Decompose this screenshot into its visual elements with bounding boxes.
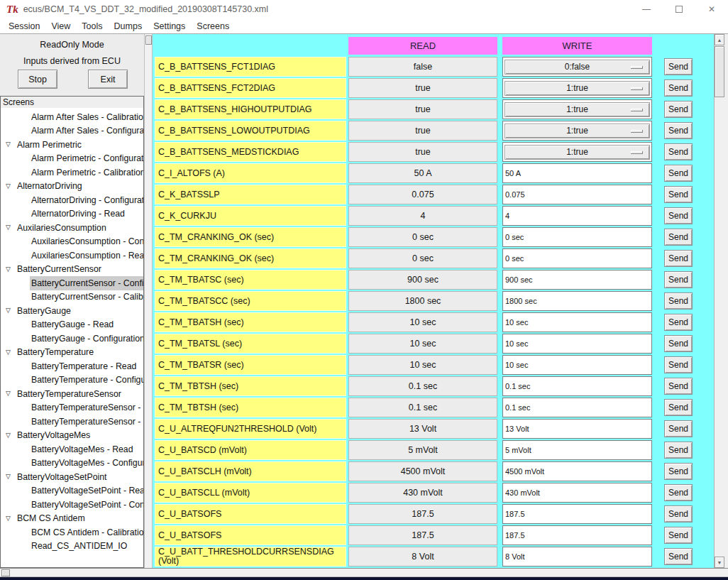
- write-entry[interactable]: 0 sec: [503, 228, 651, 246]
- close-button[interactable]: ✕: [695, 0, 728, 18]
- write-entry[interactable]: 5 mVolt: [503, 441, 651, 459]
- tree-item[interactable]: AuxilariesConsumption - Conf: [1, 235, 143, 249]
- write-dropdown[interactable]: 1:true: [504, 81, 650, 96]
- send-button[interactable]: Send: [664, 484, 693, 501]
- tree-item[interactable]: ▽BatteryTemperature: [1, 346, 143, 360]
- write-entry[interactable]: 4: [503, 207, 651, 225]
- menu-item-session[interactable]: Session: [3, 20, 45, 33]
- send-button[interactable]: Send: [664, 207, 693, 224]
- tree-item[interactable]: ▽AuxilariesConsumption: [1, 221, 143, 235]
- expand-arrow-icon[interactable]: ▽: [6, 474, 16, 480]
- menu-item-dumps[interactable]: Dumps: [109, 20, 148, 33]
- menu-item-tools[interactable]: Tools: [76, 20, 108, 33]
- send-button[interactable]: Send: [664, 143, 693, 160]
- send-button[interactable]: Send: [664, 378, 693, 395]
- tree-item[interactable]: ▽Alarm Perimetric: [1, 138, 143, 152]
- send-button[interactable]: Send: [664, 335, 693, 352]
- main-scrollbar-thumb[interactable]: [715, 46, 724, 97]
- send-button[interactable]: Send: [664, 122, 693, 139]
- tree-item[interactable]: ▽BCM CS Antidem: [1, 512, 143, 526]
- expand-arrow-icon[interactable]: ▽: [6, 349, 16, 356]
- write-entry[interactable]: 0.1 sec: [503, 377, 651, 395]
- tree-item[interactable]: ▽BatteryGauge: [1, 304, 143, 318]
- tree-item[interactable]: ▽BatteryVoltageSetPoint: [1, 470, 143, 484]
- tree-scrollbar-thumb[interactable]: [145, 35, 152, 45]
- send-button[interactable]: Send: [664, 399, 693, 416]
- send-button[interactable]: Send: [664, 505, 693, 522]
- tree-item[interactable]: ▽BatteryCurrentSensor: [1, 263, 143, 277]
- send-button[interactable]: Send: [664, 58, 693, 75]
- tree-item[interactable]: BatteryTemperatureSensor - C: [1, 401, 143, 415]
- write-entry[interactable]: 900 sec: [503, 270, 651, 289]
- menu-item-screens[interactable]: Screens: [191, 20, 235, 33]
- scroll-up-arrow-icon[interactable]: ▲: [715, 34, 724, 45]
- send-button[interactable]: Send: [664, 442, 693, 459]
- send-button[interactable]: Send: [664, 314, 693, 331]
- tree-item[interactable]: ▽BatteryTemperatureSensor: [1, 387, 143, 401]
- menu-item-settings[interactable]: Settings: [148, 20, 191, 33]
- write-dropdown[interactable]: 1:true: [504, 145, 650, 160]
- tree-item[interactable]: BatteryTemperature - Read: [1, 359, 143, 373]
- expand-arrow-icon[interactable]: ▽: [6, 307, 16, 314]
- menu-item-view[interactable]: View: [45, 20, 76, 33]
- send-button[interactable]: Send: [664, 548, 693, 565]
- write-entry[interactable]: 1800 sec: [503, 292, 651, 310]
- expand-arrow-icon[interactable]: ▽: [6, 183, 16, 190]
- send-button[interactable]: Send: [664, 186, 693, 203]
- write-entry[interactable]: 13 Volt: [503, 420, 651, 438]
- write-entry[interactable]: 10 sec: [503, 334, 651, 353]
- write-entry[interactable]: 50 A: [503, 164, 651, 182]
- horizontal-scrollbar-thumb[interactable]: [1, 569, 10, 576]
- send-button[interactable]: Send: [664, 292, 693, 310]
- send-button[interactable]: Send: [664, 165, 693, 182]
- exit-button[interactable]: Exit: [88, 70, 128, 89]
- tree-item[interactable]: Alarm Perimetric - Calibration: [1, 165, 143, 180]
- send-button[interactable]: Send: [664, 101, 693, 118]
- tree-item[interactable]: BatteryCurrentSensor - Config: [1, 276, 143, 290]
- tree-item[interactable]: Alarm After Sales - Calibration: [1, 110, 143, 124]
- tree-item[interactable]: BatteryTemperature - Configu: [1, 373, 143, 388]
- send-button[interactable]: Send: [664, 463, 693, 480]
- send-button[interactable]: Send: [664, 527, 693, 544]
- write-dropdown[interactable]: 1:true: [504, 124, 650, 138]
- tree-item[interactable]: AlternatorDriving - Configurat: [1, 193, 143, 207]
- tree-item[interactable]: Alarm After Sales - Configurat: [1, 124, 143, 138]
- write-entry[interactable]: 430 mVolt: [503, 483, 651, 502]
- write-entry[interactable]: 10 sec: [503, 356, 651, 374]
- tree-item[interactable]: BatteryCurrentSensor - Calibra: [1, 290, 143, 305]
- write-entry[interactable]: 187.5: [503, 505, 651, 523]
- expand-arrow-icon[interactable]: ▽: [6, 141, 16, 148]
- tree-item[interactable]: ▽AlternatorDriving: [1, 180, 143, 194]
- send-button[interactable]: Send: [664, 229, 693, 246]
- tree-vertical-scrollbar[interactable]: [144, 34, 153, 568]
- tree-item[interactable]: BatteryTemperatureSensor - R: [1, 415, 143, 429]
- expand-arrow-icon[interactable]: ▽: [6, 390, 16, 397]
- write-dropdown[interactable]: 0:false: [504, 60, 650, 75]
- expand-arrow-icon[interactable]: ▽: [6, 266, 16, 273]
- main-vertical-scrollbar[interactable]: ▲ ▼: [714, 34, 724, 568]
- expand-arrow-icon[interactable]: ▽: [6, 432, 16, 439]
- tree-item[interactable]: ▽BatteryVoltageMes: [1, 429, 143, 443]
- tree-item[interactable]: BatteryVoltageMes - Read: [1, 442, 143, 456]
- write-dropdown[interactable]: 1:true: [504, 102, 650, 117]
- write-entry[interactable]: 0.075: [503, 185, 651, 204]
- write-entry[interactable]: 0.1 sec: [503, 398, 651, 417]
- maximize-button[interactable]: [663, 0, 695, 18]
- expand-arrow-icon[interactable]: ▽: [6, 515, 16, 522]
- tree-item[interactable]: BatteryVoltageMes - Configura: [1, 456, 143, 471]
- tree-item[interactable]: Alarm Perimetric - Configurati: [1, 152, 143, 166]
- write-entry[interactable]: 8 Volt: [503, 547, 651, 566]
- tree-item[interactable]: BatteryGauge - Configuration: [1, 332, 143, 346]
- horizontal-scrollbar[interactable]: [0, 568, 728, 577]
- scroll-down-arrow-icon[interactable]: ▼: [715, 557, 724, 568]
- tree-item[interactable]: AlternatorDriving - Read: [1, 207, 143, 221]
- write-entry[interactable]: 4500 mVolt: [503, 462, 651, 481]
- tree-item[interactable]: BatteryVoltageSetPoint - Read: [1, 484, 143, 498]
- tree-item[interactable]: BatteryVoltageSetPoint - Conf: [1, 498, 143, 512]
- tree-item[interactable]: Read_CS_ANTIDEM_IO: [1, 540, 143, 554]
- write-entry[interactable]: 187.5: [503, 526, 651, 545]
- write-entry[interactable]: 10 sec: [503, 313, 651, 332]
- tree-item[interactable]: AuxilariesConsumption - Read: [1, 248, 143, 263]
- send-button[interactable]: Send: [664, 80, 693, 97]
- minimize-button[interactable]: —: [630, 0, 663, 18]
